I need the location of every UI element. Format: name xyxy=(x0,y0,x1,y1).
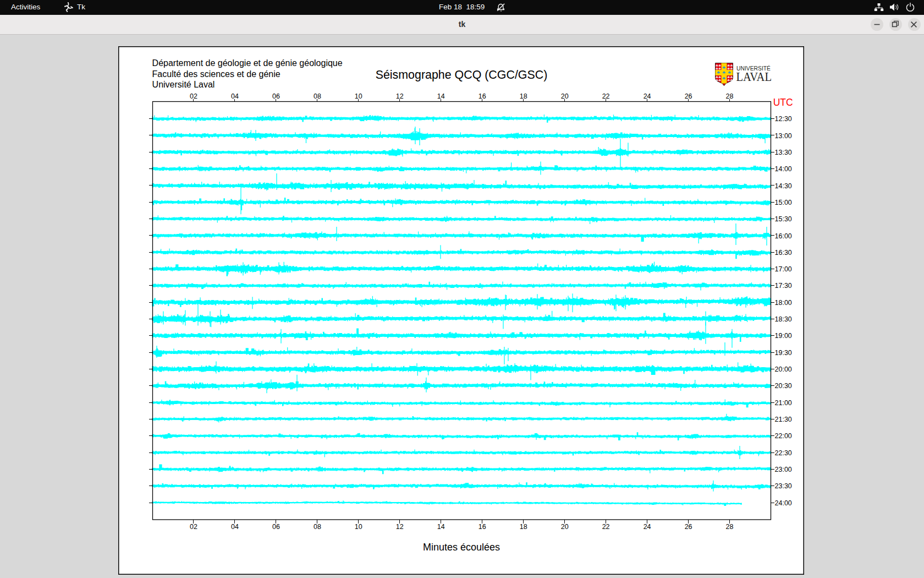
svg-text:28: 28 xyxy=(726,523,734,531)
svg-text:18: 18 xyxy=(520,523,527,531)
svg-text:22: 22 xyxy=(602,523,610,531)
svg-text:12: 12 xyxy=(396,92,404,100)
svg-text:21:30: 21:30 xyxy=(775,416,792,423)
svg-text:15:30: 15:30 xyxy=(775,215,792,223)
svg-text:12: 12 xyxy=(396,523,404,531)
svg-text:06: 06 xyxy=(272,92,280,100)
svg-text:26: 26 xyxy=(685,92,692,100)
svg-text:06: 06 xyxy=(272,523,280,531)
svg-text:02: 02 xyxy=(190,92,197,100)
svg-text:16:30: 16:30 xyxy=(775,249,792,257)
svg-text:20:00: 20:00 xyxy=(775,366,792,373)
svg-text:Département de géologie et de: Département de géologie et de génie géol… xyxy=(152,58,343,68)
svg-text:04: 04 xyxy=(231,523,239,531)
svg-text:14:00: 14:00 xyxy=(775,165,792,173)
svg-text:19:00: 19:00 xyxy=(775,332,792,340)
svg-text:18: 18 xyxy=(520,92,527,100)
svg-text:14:30: 14:30 xyxy=(775,182,792,190)
svg-text:17:00: 17:00 xyxy=(775,265,792,273)
svg-text:Séismographe QCQ (CGC/GSC): Séismographe QCQ (CGC/GSC) xyxy=(376,68,548,81)
svg-text:02: 02 xyxy=(190,523,197,531)
svg-text:13:00: 13:00 xyxy=(775,132,792,140)
svg-text:UTC: UTC xyxy=(773,97,793,108)
svg-text:Faculté des sciences et de gén: Faculté des sciences et de génie xyxy=(152,69,280,79)
svg-text:23:30: 23:30 xyxy=(775,482,792,490)
svg-text:17:30: 17:30 xyxy=(775,282,792,290)
svg-text:20:30: 20:30 xyxy=(775,382,792,390)
svg-text:22: 22 xyxy=(602,92,610,100)
svg-text:23:00: 23:00 xyxy=(775,466,792,473)
svg-text:Université Laval: Université Laval xyxy=(152,80,215,89)
svg-text:19:30: 19:30 xyxy=(775,349,792,357)
svg-text:21:00: 21:00 xyxy=(775,399,792,407)
svg-text:24: 24 xyxy=(644,92,651,100)
svg-text:15:00: 15:00 xyxy=(775,199,792,206)
svg-text:24: 24 xyxy=(644,523,651,531)
svg-text:08: 08 xyxy=(314,92,321,100)
svg-text:16:00: 16:00 xyxy=(775,232,792,240)
svg-text:13:30: 13:30 xyxy=(775,149,792,156)
svg-text:26: 26 xyxy=(685,523,692,531)
svg-text:14: 14 xyxy=(437,92,445,100)
svg-text:22:30: 22:30 xyxy=(775,449,792,457)
svg-text:12:30: 12:30 xyxy=(775,115,792,123)
svg-text:20: 20 xyxy=(561,523,569,531)
svg-text:16: 16 xyxy=(479,92,486,100)
svg-text:20: 20 xyxy=(561,92,569,100)
svg-text:14: 14 xyxy=(437,523,445,531)
svg-text:08: 08 xyxy=(314,523,321,531)
svg-text:22:00: 22:00 xyxy=(775,432,792,440)
svg-text:28: 28 xyxy=(726,92,734,100)
svg-text:LAVAL: LAVAL xyxy=(736,70,772,84)
svg-text:24:00: 24:00 xyxy=(775,499,792,507)
svg-text:10: 10 xyxy=(355,92,362,100)
svg-text:10: 10 xyxy=(355,523,362,531)
svg-text:16: 16 xyxy=(479,523,486,531)
svg-text:18:30: 18:30 xyxy=(775,315,792,323)
svg-text:04: 04 xyxy=(231,92,239,100)
svg-text:18:00: 18:00 xyxy=(775,299,792,307)
svg-text:Minutes écoulées: Minutes écoulées xyxy=(423,542,500,553)
